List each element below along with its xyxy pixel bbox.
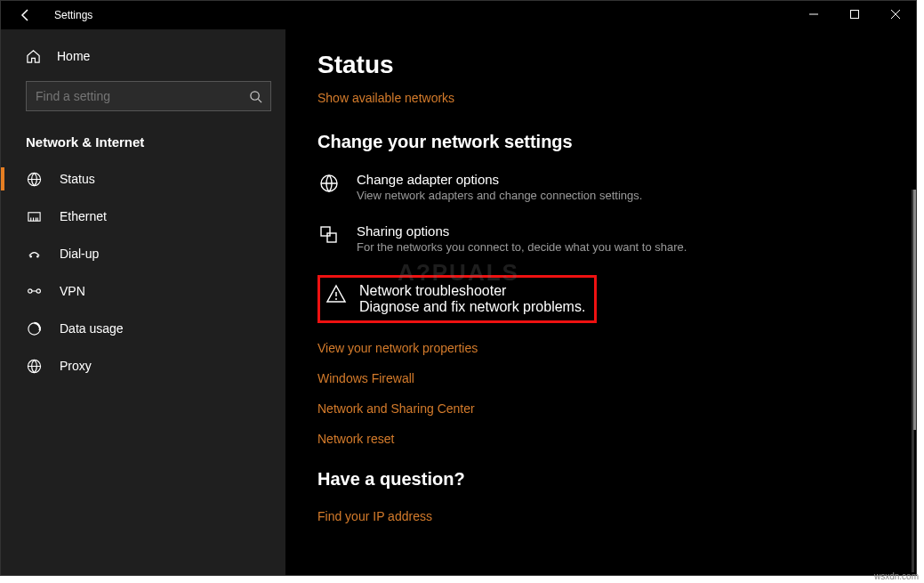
minimize-icon	[809, 10, 818, 19]
sharing-icon	[317, 223, 341, 247]
warning-icon	[325, 283, 347, 304]
scrollbar-thumb[interactable]	[913, 190, 916, 430]
option-desc: For the networks you connect to, decide …	[357, 240, 687, 254]
option-desc: View network adapters and change connect…	[357, 189, 642, 202]
change-settings-heading: Change your network settings	[317, 132, 916, 152]
svg-rect-11	[321, 227, 330, 236]
network-reset-link[interactable]: Network reset	[317, 432, 916, 446]
svg-point-4	[29, 255, 31, 257]
window-title: Settings	[54, 9, 92, 21]
page-title: Status	[317, 51, 916, 79]
sidebar-item-label: Data usage	[60, 321, 124, 336]
data-usage-icon	[26, 321, 42, 336]
sidebar-section-title: Network & Internet	[1, 115, 285, 160]
main-content: Status Show available networks Change yo…	[285, 29, 916, 575]
search-input[interactable]	[27, 89, 240, 103]
svg-point-5	[36, 255, 38, 257]
adapter-icon	[317, 172, 341, 195]
back-button[interactable]	[8, 1, 44, 29]
globe-icon	[26, 172, 42, 187]
home-icon	[26, 49, 41, 64]
home-button[interactable]: Home	[1, 38, 285, 74]
sidebar-item-label: Proxy	[60, 359, 92, 373]
home-label: Home	[57, 49, 90, 63]
svg-point-1	[250, 91, 258, 99]
svg-point-13	[335, 298, 337, 300]
show-networks-link[interactable]: Show available networks	[317, 91, 454, 105]
sidebar-item-label: Status	[60, 172, 95, 186]
network-troubleshooter-option[interactable]: Network troubleshooter Diagnose and fix …	[317, 275, 597, 323]
sidebar-item-dialup[interactable]: Dial-up	[1, 235, 285, 272]
question-heading: Have a question?	[317, 469, 916, 490]
option-title: Network troubleshooter	[359, 283, 585, 299]
close-icon	[891, 10, 900, 19]
vpn-icon	[26, 285, 42, 297]
globe-icon	[26, 359, 42, 374]
search-box[interactable]	[26, 81, 271, 111]
change-adapter-option[interactable]: Change adapter options View network adap…	[317, 172, 916, 202]
sharing-center-link[interactable]: Network and Sharing Center	[317, 401, 916, 416]
svg-rect-12	[327, 233, 336, 242]
close-button[interactable]	[875, 1, 916, 28]
dialup-icon	[26, 247, 42, 262]
search-icon	[240, 90, 270, 103]
settings-window: Settings Home N	[0, 0, 917, 576]
arrow-left-icon	[19, 8, 33, 22]
windows-firewall-link[interactable]: Windows Firewall	[317, 371, 916, 385]
titlebar: Settings	[1, 1, 916, 29]
window-controls	[793, 1, 916, 28]
sidebar-item-datausage[interactable]: Data usage	[1, 310, 285, 347]
footer-url: wsxdn.com	[874, 571, 919, 581]
option-title: Change adapter options	[357, 172, 642, 187]
sidebar-item-label: Dial-up	[60, 247, 99, 261]
svg-rect-3	[28, 212, 39, 220]
sidebar-item-status[interactable]: Status	[1, 160, 285, 198]
sharing-option[interactable]: Sharing options For the networks you con…	[317, 223, 916, 254]
maximize-button[interactable]	[834, 1, 875, 28]
find-ip-link[interactable]: Find your IP address	[317, 509, 916, 523]
sidebar-item-label: VPN	[60, 284, 85, 298]
minimize-button[interactable]	[793, 1, 834, 28]
maximize-icon	[850, 10, 859, 19]
sidebar-item-ethernet[interactable]: Ethernet	[1, 198, 285, 235]
view-properties-link[interactable]: View your network properties	[317, 341, 916, 355]
option-desc: Diagnose and fix network problems.	[359, 299, 585, 315]
svg-point-7	[36, 289, 40, 293]
sidebar-item-vpn[interactable]: VPN	[1, 272, 285, 310]
svg-rect-0	[851, 11, 859, 19]
sidebar-nav: Status Ethernet Dial-up	[1, 160, 285, 385]
sidebar-item-proxy[interactable]: Proxy	[1, 347, 285, 385]
sidebar-item-label: Ethernet	[60, 209, 107, 223]
sidebar: Home Network & Internet Status	[1, 29, 285, 575]
svg-point-6	[28, 289, 31, 293]
ethernet-icon	[26, 209, 42, 224]
option-title: Sharing options	[357, 223, 687, 239]
